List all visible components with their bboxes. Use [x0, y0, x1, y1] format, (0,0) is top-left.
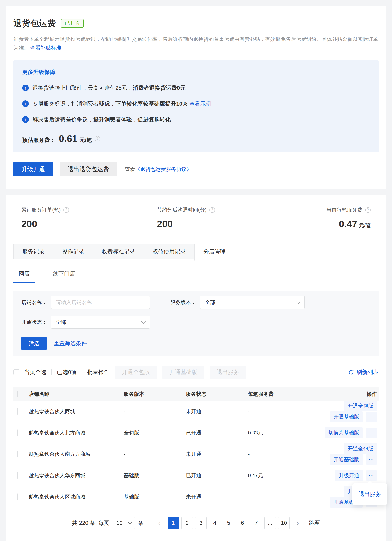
page-size-select[interactable]: 10	[113, 517, 135, 529]
upgrade-benefits-panel: 更多升级保障 ↑ 退换货选择上门取件，最高可赔付25元，消费者退换货运费0元 ↑…	[13, 60, 379, 152]
chevron-down-icon	[296, 300, 301, 304]
open-full-version-button[interactable]: 开通全包版	[344, 443, 377, 454]
row-checkbox[interactable]	[17, 451, 18, 458]
batch-operation-label: 批量操作	[87, 369, 110, 376]
tab-rights-usage-records[interactable]: 权益使用记录	[144, 244, 195, 259]
help-icon[interactable]: ?	[63, 207, 69, 213]
help-icon[interactable]: ?	[365, 207, 371, 213]
next-page-button[interactable]: ›	[292, 517, 303, 529]
page-button-3[interactable]: 3	[195, 517, 207, 529]
tab-operation-records[interactable]: 操作记录	[53, 244, 93, 259]
benefit-item: ↑ 解决售后运费差价争议，提升消费者体验，促进复购转化	[22, 116, 370, 123]
help-icon[interactable]: ?	[209, 207, 215, 213]
version-label: 服务版本：	[170, 299, 196, 306]
exit-service-menu-item[interactable]: 退出服务	[352, 490, 387, 498]
shop-name-cell: 趁热拿铁合伙人商城	[27, 401, 122, 422]
shops-table: 店铺名称 服务版本 服务状态 每笔服务费 操作 趁热拿铁合伙人商城 - 未开通 …	[13, 387, 379, 508]
benefits-title: 更多升级保障	[22, 68, 370, 76]
agreement-text: 查看《退货包运费服务协议》	[125, 166, 192, 173]
row-checkbox[interactable]	[17, 472, 18, 479]
select-all-checkbox[interactable]	[13, 369, 19, 375]
subtab-online-shop[interactable]: 网店	[13, 266, 35, 283]
batch-exit-service-button[interactable]: 退出服务	[210, 366, 246, 379]
upgrade-open-button[interactable]: 升级开通	[13, 162, 53, 177]
fee-label: 预估服务费：	[22, 136, 55, 144]
open-basic-version-button[interactable]: 开通基础版	[330, 454, 363, 465]
prev-page-button[interactable]: ‹	[154, 517, 165, 529]
header-service-version: 服务版本	[122, 387, 184, 401]
exit-service-button[interactable]: 退出退货包运费	[60, 162, 117, 177]
service-agreement-link[interactable]: 《退货包运费服务协议》	[135, 166, 192, 172]
table-header-row: 店铺名称 服务版本 服务状态 每笔服务费 操作	[13, 387, 379, 401]
page-button-10[interactable]: 10	[278, 517, 290, 529]
batch-open-full-button[interactable]: 开通全包版	[115, 366, 157, 379]
page-ellipsis-button[interactable]: ...	[264, 517, 276, 529]
page-button-1[interactable]: 1	[167, 517, 179, 529]
status-badge: 已开通	[61, 19, 84, 28]
divider	[82, 369, 82, 375]
open-full-version-button[interactable]: 开通全包版	[344, 401, 377, 411]
subtab-offline-store[interactable]: 线下门店	[48, 266, 80, 283]
chevron-down-icon	[128, 521, 132, 524]
version-select[interactable]: 全部	[200, 296, 305, 309]
pager: ‹ 1 2 3 4 5 6 7 ... 10 ›	[151, 517, 303, 529]
more-actions-button[interactable]: ⋯	[366, 428, 377, 438]
more-actions-button[interactable]: ⋯	[366, 470, 377, 481]
view-example-link[interactable]: 查看示例	[189, 101, 211, 107]
shop-name-input[interactable]	[51, 296, 150, 309]
shop-name-cell: 趁热拿铁合伙人北方商城	[27, 422, 122, 443]
header-shop-name: 店铺名称	[27, 387, 122, 401]
stat-saved-time: 节约售后沟通时间(分)? 200	[157, 207, 326, 229]
table-row: 趁热拿铁合伙人北方商城 全包版 已开通 0.33元 切换为基础版⋯	[13, 422, 379, 443]
benefit-item: ↑ 专属服务标识，打消消费者疑虑，下单转化率较基础版提升10%查看示例	[22, 100, 370, 108]
filter-button[interactable]: 筛选	[21, 337, 47, 350]
arrow-up-circle-icon: ↑	[22, 85, 29, 91]
select-all-label: 当页全选	[24, 369, 46, 376]
table-row: 趁热拿铁合伙人华东商城 基础版 已开通 0.47元 升级开通⋯	[13, 465, 379, 486]
shop-name-cell: 趁热拿铁合伙人区域商城	[27, 486, 122, 508]
header-checkbox[interactable]	[17, 391, 18, 397]
more-actions-button[interactable]: ⋯	[366, 454, 377, 464]
subsidy-standard-link[interactable]: 查看补贴标准	[30, 45, 61, 51]
header-fee: 每笔服务费	[246, 387, 312, 401]
row-checkbox[interactable]	[17, 429, 18, 436]
more-actions-button[interactable]: ⋯	[366, 412, 377, 422]
stat-total-orders: 累计服务订单(笔)? 200	[21, 207, 157, 229]
open-status-select[interactable]: 全部	[51, 316, 150, 329]
row-checkbox[interactable]	[17, 408, 18, 415]
page-button-7[interactable]: 7	[251, 517, 262, 529]
reset-filters-link[interactable]: 重置筛选条件	[54, 340, 87, 347]
batch-toolbar: 当页全选 已选0项 批量操作 开通全包版 开通基础版 退出服务 刷新列表	[13, 366, 379, 379]
upgrade-open-button[interactable]: 升级开通	[335, 470, 363, 481]
arrow-up-circle-icon: ↑	[22, 100, 29, 107]
help-icon[interactable]: ?	[95, 136, 100, 141]
benefit-item: ↑ 退换货选择上门取件，最高可赔付25元，消费者退换货运费0元	[22, 84, 370, 92]
tab-bar: 服务记录 操作记录 收费标准记录 权益使用记录 分店管理	[13, 244, 379, 261]
row-checkbox[interactable]	[17, 493, 18, 500]
refresh-list-button[interactable]: 刷新列表	[348, 369, 379, 376]
open-basic-version-button[interactable]: 开通基础版	[330, 411, 363, 422]
page-button-6[interactable]: 6	[237, 517, 248, 529]
page-title: 退货包运费	[13, 18, 56, 29]
fee-unit: 元/笔	[79, 136, 92, 144]
page-button-4[interactable]: 4	[209, 517, 220, 529]
table-row: 趁热拿铁合伙人商城 - 未开通 - 开通全包版开通基础版⋯	[13, 401, 379, 422]
divider	[51, 369, 52, 375]
page-button-2[interactable]: 2	[181, 517, 193, 529]
batch-open-basic-button[interactable]: 开通基础版	[162, 366, 204, 379]
page-button-5[interactable]: 5	[223, 517, 234, 529]
per-page-suffix: 条	[138, 519, 143, 527]
shop-name-cell: 趁热拿铁合伙人华东商城	[27, 465, 122, 486]
hero-card: 退货包运费 已开通 消费者下单全程展示退货包运费标识，帮助店铺提升交易转化率，售…	[6, 6, 386, 189]
open-status-label: 开通状态：	[21, 319, 47, 326]
shop-name-cell: 趁热拿铁合伙人南方方商城	[27, 443, 122, 465]
switch-to-basic-button[interactable]: 切换为基础版	[325, 427, 363, 438]
selected-count: 已选0项	[57, 369, 77, 376]
tab-fee-standard-records[interactable]: 收费标准记录	[93, 244, 144, 259]
tab-service-records[interactable]: 服务记录	[13, 244, 53, 259]
tab-branch-management[interactable]: 分店管理	[194, 244, 234, 261]
total-count-text: 共 220 条, 每页	[72, 519, 110, 527]
pagination: 共 220 条, 每页 10 条 ‹ 1 2 3 4 5 6 7 ... 10 …	[13, 517, 379, 529]
arrow-up-circle-icon: ↑	[22, 116, 29, 123]
subtab-bar: 网店 线下门店	[13, 266, 379, 283]
